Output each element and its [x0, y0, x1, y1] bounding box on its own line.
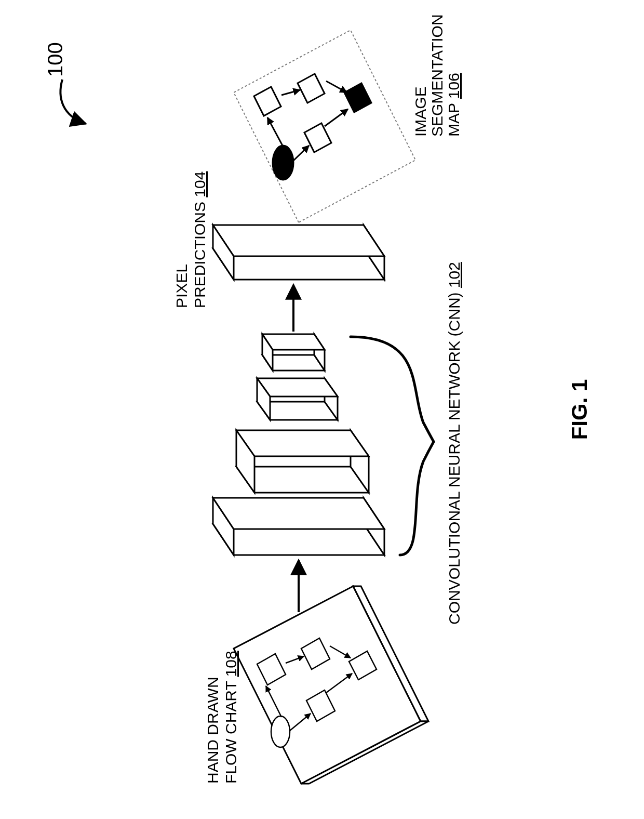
- input-flowchart-slab: [234, 586, 428, 784]
- input-label: HAND DRAWN FLOW CHART 108: [204, 651, 239, 784]
- figure-number: 100: [44, 42, 66, 77]
- input-label-line1: HAND DRAWN: [204, 677, 221, 784]
- segmap-label-line2: SEGMENTATION: [428, 14, 446, 137]
- segmap-label-line3: MAP 106: [445, 73, 462, 137]
- pixel-label-line1: PIXEL: [173, 264, 190, 308]
- pixel-predictions-label: PIXEL PREDICTIONS 104: [173, 171, 208, 308]
- input-label-line2: FLOW CHART 108: [222, 651, 239, 784]
- svg-point-0: [271, 716, 290, 747]
- segmentation-map-label: IMAGE SEGMENTATION MAP 106: [412, 14, 462, 137]
- cnn-label: CONVOLUTIONAL NEURAL NETWORK (CNN) 102: [446, 262, 463, 625]
- figure-caption: FIG. 1: [567, 379, 592, 440]
- pixel-predictions-slab: [213, 225, 384, 280]
- pixel-label-line2: PREDICTIONS 104: [191, 171, 208, 308]
- figure-canvas: 100: [0, 0, 644, 819]
- svg-point-6: [273, 146, 293, 180]
- cnn-block: [213, 334, 384, 555]
- segmentation-map-slab: [234, 30, 415, 222]
- figure-number-callout: 100: [44, 42, 86, 124]
- segmap-label-line1: IMAGE: [412, 86, 429, 137]
